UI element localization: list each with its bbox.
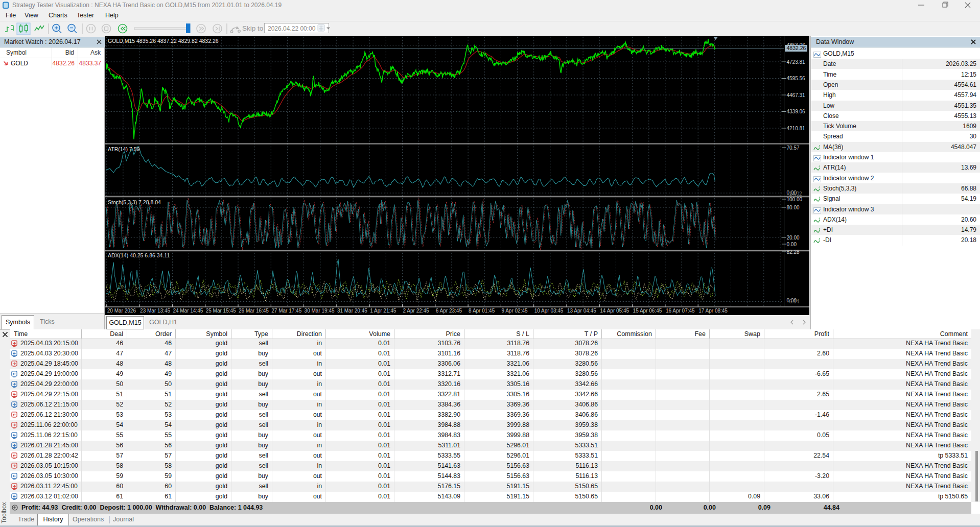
svg-text:70.57: 70.57 [787,145,800,151]
svg-text:0.00: 0.00 [787,242,797,247]
svg-text:26 Mar 16:45: 26 Mar 16:45 [239,308,269,314]
svg-text:14 Apr 05:45: 14 Apr 05:45 [600,308,629,314]
svg-text:16 Apr 07:45: 16 Apr 07:45 [666,308,695,314]
svg-text:23 Mar 13:45: 23 Mar 13:45 [140,308,170,314]
svg-text:82.28: 82.28 [787,249,800,255]
svg-text:80.00: 80.00 [787,205,800,210]
svg-text:4595.56: 4595.56 [787,76,806,81]
svg-text:2 Apr 22:45: 2 Apr 22:45 [403,308,430,314]
svg-text:17 Apr 08:45: 17 Apr 08:45 [698,308,728,314]
svg-text:27 Mar 17:45: 27 Mar 17:45 [271,308,301,314]
svg-text:15 Apr 06:45: 15 Apr 06:45 [633,308,662,314]
svg-text:1 Apr 21:45: 1 Apr 21:45 [370,308,396,314]
svg-text:6.04: 6.04 [789,299,800,304]
svg-text:20 Mar 2026: 20 Mar 2026 [107,308,136,314]
svg-text:30 Mar 19:45: 30 Mar 19:45 [305,308,335,314]
svg-text:24 Mar 14:45: 24 Mar 14:45 [173,308,203,314]
svg-text:ATR(14) 7.59: ATR(14) 7.59 [108,146,139,152]
svg-text:13 Apr 04:45: 13 Apr 04:45 [567,308,596,314]
svg-text:4467.31: 4467.31 [787,92,806,98]
svg-text:20.00: 20.00 [787,235,800,241]
svg-text:8 Apr 01:45: 8 Apr 01:45 [469,308,495,314]
svg-text:9 Apr 02:45: 9 Apr 02:45 [501,308,528,314]
svg-text:10 Apr 03:45: 10 Apr 03:45 [534,308,564,314]
svg-text:14.02: 14.02 [789,191,802,197]
svg-text:4832.26: 4832.26 [787,45,806,51]
svg-text:4339.06: 4339.06 [787,109,806,114]
svg-text:25 Mar 15:45: 25 Mar 15:45 [206,308,236,314]
svg-text:6 Apr 23:45: 6 Apr 23:45 [436,308,462,314]
svg-text:Stoch(5,3,3) 7.28 8.04: Stoch(5,3,3) 7.28 8.04 [108,199,161,205]
svg-text:GOLD,M15 4835.26 4837.22 4829: GOLD,M15 4835.26 4837.22 4829.82 4832.26 [108,38,219,44]
svg-text:4210.81: 4210.81 [787,126,806,131]
svg-text:100.00: 100.00 [787,197,803,202]
svg-text:4723.81: 4723.81 [787,59,806,65]
svg-text:ADX(14) 40.25 6.86 34.11: ADX(14) 40.25 6.86 34.11 [108,252,170,258]
svg-text:31 Mar 20:45: 31 Mar 20:45 [337,308,367,314]
